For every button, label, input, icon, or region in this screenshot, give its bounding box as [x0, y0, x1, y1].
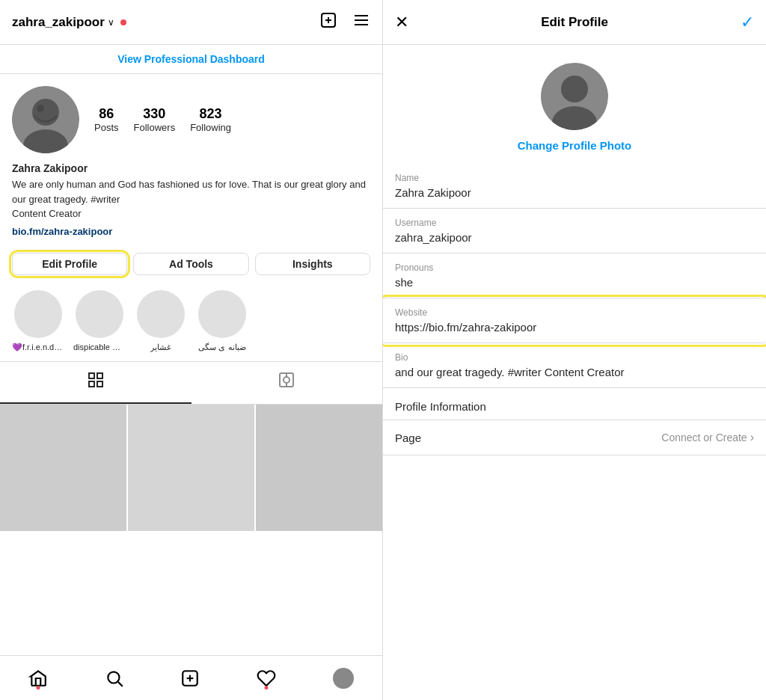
profile-avatar[interactable] — [12, 86, 79, 153]
professional-dashboard[interactable]: View Professional Dashboard — [0, 45, 382, 74]
svg-rect-10 — [89, 373, 94, 378]
edit-profile-button[interactable]: Edit Profile — [12, 253, 127, 275]
posts-stat[interactable]: 86 Posts — [94, 106, 119, 133]
grid-cell-1[interactable] — [0, 405, 126, 531]
page-row-action: Connect or Create — [661, 432, 747, 443]
profile-information-title: Profile Information — [395, 400, 486, 413]
profile-nav-item[interactable] — [333, 668, 354, 689]
bottom-nav — [0, 655, 382, 700]
svg-rect-13 — [97, 381, 102, 387]
page-row[interactable]: Page Connect or Create › — [383, 420, 766, 455]
menu-icon[interactable] — [352, 11, 370, 34]
story-label-1: 💜f.r.i.e.n.d.s... — [12, 343, 64, 352]
tagged-icon — [278, 371, 295, 393]
website-value[interactable]: https://bio.fm/zahra-zakipoor — [395, 321, 754, 334]
following-stat[interactable]: 823 Following — [190, 106, 231, 133]
bio-section: Zahra Zakipoor We are only human and God… — [0, 162, 382, 247]
tab-grid[interactable] — [0, 362, 192, 404]
right-panel: ✕ Edit Profile ✓ Change Profile Photo Na… — [383, 0, 766, 700]
profile-information-section: Profile Information — [383, 388, 766, 420]
story-circle-3 — [137, 290, 185, 338]
search-nav-item[interactable] — [105, 669, 124, 688]
tab-tagged[interactable] — [192, 362, 383, 404]
story-label-3: غشایر — [150, 343, 171, 352]
bio-text: We are only human and God has fashioned … — [12, 177, 370, 221]
profile-section: 86 Posts 330 Followers 823 Following — [0, 74, 382, 162]
close-button[interactable]: ✕ — [395, 13, 408, 32]
pronouns-label: Pronouns — [395, 262, 754, 273]
username-value[interactable]: zahra_zakipoor — [395, 231, 754, 244]
story-item-2[interactable]: dispicable me... — [73, 290, 126, 352]
professional-dashboard-link[interactable]: View Professional Dashboard — [117, 53, 265, 65]
home-nav-item[interactable] — [28, 669, 48, 688]
svg-point-15 — [284, 377, 289, 383]
posts-label: Posts — [94, 122, 119, 133]
followers-label: Followers — [134, 122, 176, 133]
insights-button[interactable]: Insights — [255, 253, 370, 275]
svg-rect-12 — [89, 381, 94, 387]
stories-row: 💜f.r.i.e.n.d.s... dispicable me... غشایر… — [0, 284, 382, 361]
notification-dot — [120, 19, 126, 25]
change-photo-button[interactable]: Change Profile Photo — [518, 139, 632, 152]
nav-avatar — [333, 668, 354, 689]
grid-cell-2[interactable] — [128, 405, 254, 531]
home-dot — [36, 686, 40, 690]
following-count: 823 — [200, 106, 222, 122]
username-area[interactable]: zahra_zakipoor ∨ — [12, 15, 126, 30]
top-nav-right: ✕ Edit Profile ✓ — [383, 0, 766, 45]
story-label-2: dispicable me... — [73, 343, 126, 351]
top-nav-left: zahra_zakipoor ∨ — [0, 0, 382, 45]
chevron-down-icon: ∨ — [108, 17, 114, 28]
bio-field[interactable]: Bio and our great tragedy. #writer Conte… — [383, 343, 766, 388]
pronouns-value[interactable]: she — [395, 276, 754, 289]
add-icon[interactable] — [319, 11, 337, 34]
add-nav-item[interactable] — [180, 669, 200, 688]
story-circle-2 — [76, 290, 123, 338]
story-item-1[interactable]: 💜f.r.i.e.n.d.s... — [12, 290, 64, 352]
grid-preview — [0, 405, 382, 656]
name-field[interactable]: Name Zahra Zakipoor — [383, 164, 766, 209]
pronouns-field[interactable]: Pronouns she — [383, 254, 766, 298]
name-label: Name — [395, 173, 754, 183]
username-label: Username — [395, 218, 754, 228]
nav-icons-right — [319, 11, 370, 34]
bio-label: Bio — [395, 352, 754, 363]
story-circle-4 — [198, 290, 246, 338]
bio-name: Zahra Zakipoor — [12, 162, 370, 174]
following-label: Following — [190, 122, 231, 133]
edit-content: Change Profile Photo Name Zahra Zakipoor… — [383, 45, 766, 700]
username-field[interactable]: Username zahra_zakipoor — [383, 209, 766, 254]
story-item-4[interactable]: ضبانه ی سگی — [196, 290, 248, 352]
bio-link[interactable]: bio.fm/zahra-zakipoor — [12, 226, 112, 237]
svg-point-18 — [108, 672, 119, 683]
left-panel: zahra_zakipoor ∨ View Profes — [0, 0, 383, 700]
edit-profile-title: Edit Profile — [408, 15, 741, 30]
followers-stat[interactable]: 330 Followers — [134, 106, 176, 133]
page-row-label: Page — [395, 432, 661, 444]
confirm-button[interactable]: ✓ — [741, 13, 754, 32]
website-label: Website — [395, 307, 754, 318]
name-value[interactable]: Zahra Zakipoor — [395, 186, 754, 199]
heart-nav-item[interactable] — [257, 669, 276, 688]
story-label-4: ضبانه ی سگی — [198, 343, 245, 352]
story-item-3[interactable]: غشایر — [135, 290, 187, 352]
svg-rect-11 — [97, 373, 102, 378]
chevron-right-icon: › — [750, 431, 754, 444]
stats-row: 86 Posts 330 Followers 823 Following — [94, 106, 370, 133]
tabs-row — [0, 361, 382, 405]
website-field[interactable]: Website https://bio.fm/zahra-zakipoor — [383, 298, 766, 343]
username-text: zahra_zakipoor — [12, 15, 105, 30]
svg-point-9 — [37, 105, 44, 112]
svg-line-19 — [118, 681, 123, 686]
posts-count: 86 — [99, 106, 114, 122]
followers-count: 330 — [143, 106, 165, 122]
svg-point-24 — [561, 76, 588, 102]
buttons-row: Edit Profile Ad Tools Insights — [0, 247, 382, 284]
grid-cell-3[interactable] — [256, 405, 382, 531]
photo-section: Change Profile Photo — [383, 45, 766, 164]
story-circle-1 — [14, 290, 62, 338]
grid-icon — [87, 371, 105, 393]
bio-value[interactable]: and our great tragedy. #writer Content C… — [395, 366, 754, 378]
edit-profile-avatar[interactable] — [541, 63, 608, 130]
ad-tools-button[interactable]: Ad Tools — [133, 253, 248, 275]
